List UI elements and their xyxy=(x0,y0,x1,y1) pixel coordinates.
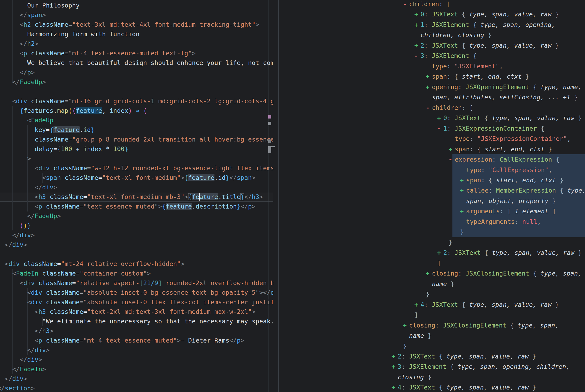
ast-tree-row[interactable]: -3: JSXElement { xyxy=(414,50,477,61)
expand-icon[interactable]: + xyxy=(392,362,398,372)
expand-icon[interactable]: + xyxy=(426,268,432,279)
ast-tree-row[interactable]: +arguments: [ 1 element ] xyxy=(460,206,556,216)
code-line[interactable]: <h2 className="text-3xl md:text-4xl font… xyxy=(0,20,259,30)
ast-tree-row[interactable]: ] xyxy=(414,310,418,320)
code-line[interactable]: > xyxy=(0,154,31,164)
code-line[interactable]: <FadeIn className="container-custom"> xyxy=(0,269,151,278)
ast-tree-row[interactable]: span, attributes, selfClosing, ... +1 } xyxy=(426,92,578,102)
ast-tree-row[interactable]: +closing: JSXClosingElement { type, span… xyxy=(426,268,581,279)
collapse-icon[interactable]: - xyxy=(403,0,409,9)
code-line[interactable]: <h3 className="text-xl font-medium mb-3"… xyxy=(0,192,263,202)
ast-tree-row[interactable]: +4: JSXText { type, span, value, raw } xyxy=(392,382,536,392)
code-line[interactable]: <div className="absolute inset-0 bg-esse… xyxy=(0,288,273,298)
code-line[interactable]: </FadeUp> xyxy=(0,211,61,221)
ast-tree-row[interactable]: typeArguments: null, xyxy=(460,216,541,227)
ast-tree-row[interactable]: span, object, property } xyxy=(460,196,556,206)
code-line[interactable]: </FadeIn> xyxy=(0,364,46,374)
ast-tree-row[interactable]: +span: { start, end, ctxt } xyxy=(426,71,529,82)
expand-icon[interactable]: + xyxy=(414,20,421,30)
expand-icon[interactable]: + xyxy=(449,144,455,154)
ast-tree-row[interactable]: } xyxy=(426,289,429,300)
ast-tree-row[interactable]: +span: { start, end, ctxt } xyxy=(460,175,563,186)
expand-icon[interactable]: + xyxy=(426,71,432,82)
ast-tree-row[interactable]: type: "JSXElement", xyxy=(426,61,503,72)
code-line[interactable]: <p className="mt-4 text-essence-muted te… xyxy=(0,48,196,58)
ast-tree-row[interactable]: +1: JSXElement { type, span, opening, xyxy=(414,20,555,30)
ast-tree-row[interactable]: +opening: JSXOpeningElement { type, name… xyxy=(426,82,581,92)
ast-tree-row[interactable]: children, closing } xyxy=(414,30,492,40)
ast-tree-panel[interactable]: -children: [+0: JSXText { type, span, va… xyxy=(279,0,585,392)
code-line[interactable]: </p> xyxy=(0,68,35,77)
ast-tree-row[interactable]: } xyxy=(449,237,452,248)
expand-icon[interactable]: + xyxy=(426,82,432,92)
collapse-icon[interactable]: - xyxy=(426,102,432,113)
ast-tree-row[interactable]: } xyxy=(460,227,464,237)
code-line[interactable]: className="group p-8 rounded-2xl transit… xyxy=(0,135,273,144)
ast-tree-row[interactable]: +closing: JSXClosingElement { type, span… xyxy=(403,320,559,331)
code-line[interactable]: </FadeUp> xyxy=(0,77,46,87)
code-line[interactable]: </h3> xyxy=(0,326,53,336)
expand-icon[interactable]: + xyxy=(414,9,421,20)
panel-divider[interactable] xyxy=(278,0,278,392)
code-line[interactable]: </div> xyxy=(0,374,27,384)
ast-tree-row[interactable]: ] xyxy=(437,258,441,268)
code-line[interactable]: <div className="absolute inset-0 flex fl… xyxy=(0,298,273,307)
expand-icon[interactable]: + xyxy=(392,351,398,362)
ast-tree-row[interactable]: +0: JSXText { type, span, value, raw } xyxy=(437,113,582,123)
ast-tree-row[interactable]: type: "CallExpression", xyxy=(460,165,552,175)
collapse-icon[interactable]: - xyxy=(449,154,455,165)
expand-icon[interactable]: + xyxy=(460,185,466,196)
code-line[interactable]: </div> xyxy=(0,240,27,250)
expand-icon[interactable]: + xyxy=(460,206,466,216)
ast-tree-row[interactable]: -children: [ xyxy=(426,102,473,113)
ast-tree-row[interactable]: +0: JSXText { type, span, value, raw } xyxy=(414,9,559,20)
ast-tree-row[interactable]: +span: { start, end, ctxt } xyxy=(449,144,552,154)
code-line[interactable]: <h3 className="text-2xl md:text-3xl font… xyxy=(0,307,255,316)
code-line[interactable]: <p className="mt-4 text-essence-muted">—… xyxy=(0,336,244,345)
ast-tree-row[interactable]: -expression: CallExpression { xyxy=(449,154,559,165)
code-line[interactable]: delay={100 + index * 100} xyxy=(0,144,128,154)
ast-tree-row[interactable]: +2: JSXText { type, span, value, raw } xyxy=(392,351,536,362)
expand-icon[interactable]: + xyxy=(437,113,443,123)
code-line[interactable]: </section> xyxy=(0,384,35,392)
ast-tree-row[interactable]: +2: JSXText { type, span, value, raw } xyxy=(437,248,582,258)
code-line[interactable]: "We eliminate the unnecessary so that th… xyxy=(0,316,273,326)
code-line[interactable]: We believe that beautiful design should … xyxy=(0,58,273,68)
code-line[interactable]: </h2> xyxy=(0,39,38,48)
code-line[interactable]: <p className="text-essence-muted">{featu… xyxy=(0,202,255,211)
code-line[interactable]: key={feature.id} xyxy=(0,125,95,135)
code-line[interactable]: <div className="mt-16 grid grid-cols-1 m… xyxy=(0,96,273,106)
code-line[interactable]: </div> xyxy=(0,230,35,240)
expand-icon[interactable]: + xyxy=(414,300,421,310)
code-line[interactable]: <span className="text-xl font-medium">{f… xyxy=(0,173,255,182)
ast-tree-row[interactable]: type: "JSXExpressionContainer", xyxy=(449,134,571,144)
ast-tree-row[interactable]: -children: [ xyxy=(403,0,450,9)
ast-tree-row[interactable]: name } xyxy=(426,279,454,289)
collapse-icon[interactable]: - xyxy=(437,123,443,134)
ast-tree-row[interactable]: } xyxy=(403,341,407,352)
expand-icon[interactable]: + xyxy=(392,382,398,392)
code-line[interactable]: </span> xyxy=(0,10,46,20)
code-line[interactable]: <div className="mt-24 relative overflow-… xyxy=(0,259,184,269)
expand-icon[interactable]: + xyxy=(414,40,421,51)
expand-icon[interactable]: + xyxy=(403,320,409,331)
code-line[interactable]: ))} xyxy=(0,221,31,230)
code-line[interactable]: <FadeUp xyxy=(0,116,53,125)
code-line[interactable]: <div className="relative aspect-[21/9] r… xyxy=(0,278,273,288)
ast-tree-row[interactable]: name } xyxy=(403,330,431,341)
ast-tree-row[interactable]: closing } xyxy=(392,372,431,382)
ast-tree-row[interactable]: +callee: MemberExpression { type, xyxy=(460,185,585,196)
expand-icon[interactable]: + xyxy=(437,248,443,258)
code-line[interactable]: </div> xyxy=(0,182,57,192)
code-line[interactable]: </div> xyxy=(0,345,50,355)
ast-tree-row[interactable]: -1: JSXExpressionContainer { xyxy=(437,123,544,134)
ast-tree-row[interactable]: +2: JSXText { type, span, value, raw } xyxy=(414,40,559,51)
code-line[interactable]: <div className="w-12 h-12 rounded-xl bg-… xyxy=(0,164,273,173)
code-line[interactable]: {features.map((feature, index) ⇒ ( xyxy=(0,106,147,116)
code-line[interactable]: </div> xyxy=(0,355,42,364)
code-line[interactable]: Harmonizing form with function xyxy=(0,30,139,39)
expand-icon[interactable]: + xyxy=(460,175,466,186)
code-editor-pane[interactable]: Our Philosophy </span> <h2 className="te… xyxy=(0,0,273,392)
code-line[interactable]: Our Philosophy xyxy=(0,1,80,10)
collapse-icon[interactable]: - xyxy=(414,50,421,61)
